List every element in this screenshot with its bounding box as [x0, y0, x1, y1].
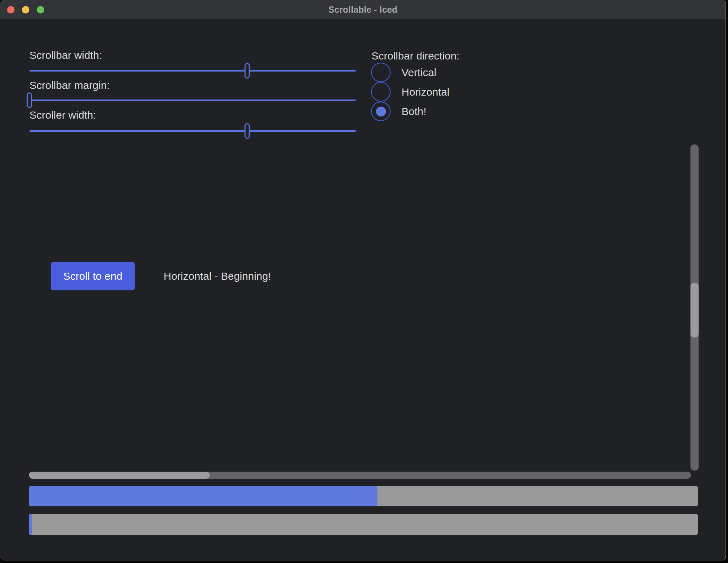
slider-handle[interactable] [27, 92, 32, 108]
app-window: Scrollable - Iced Scrollbar width: Scrol… [0, 0, 726, 561]
radio-label[interactable]: Vertical [402, 67, 436, 79]
scrollbar-direction-label: Scrollbar direction: [371, 50, 459, 62]
scrollbar-width-label: Scrollbar width: [29, 49, 102, 62]
minimize-button[interactable] [22, 6, 29, 13]
progress-fill [29, 486, 377, 506]
radio-circle-icon[interactable] [371, 63, 391, 82]
radio-circle-icon[interactable] [371, 82, 391, 102]
vertical-progress-bar [29, 514, 698, 535]
radio-label[interactable]: Horizontal [402, 86, 449, 98]
vertical-scrollbar[interactable] [690, 144, 699, 471]
horizontal-scrollbar-thumb[interactable] [29, 472, 210, 479]
radio-label[interactable]: Both! [402, 106, 426, 118]
radio-dot-icon [376, 107, 386, 116]
scroller-width-slider[interactable] [29, 130, 356, 132]
vertical-scrollbar-thumb[interactable] [690, 283, 699, 338]
radio-vertical[interactable]: Vertical [371, 63, 449, 82]
radio-both[interactable]: Both! [371, 102, 449, 121]
slider-handle[interactable] [244, 123, 250, 139]
window-title: Scrollable - Iced [328, 5, 397, 15]
scrollbar-direction-group: Vertical Horizontal Both! [371, 63, 449, 121]
radio-horizontal[interactable]: Horizontal [371, 82, 449, 102]
traffic-lights [7, 6, 44, 13]
horizontal-scrollbar[interactable] [29, 472, 691, 479]
scrollbar-width-slider[interactable] [29, 70, 356, 72]
radio-circle-icon[interactable] [371, 102, 391, 121]
scroller-width-label: Scroller width: [29, 109, 96, 121]
horizontal-progress-bar [29, 486, 698, 506]
progress-fill [29, 514, 32, 535]
scrollbar-margin-label: Scrollbar margin: [29, 79, 110, 92]
close-button[interactable] [7, 6, 15, 13]
slider-handle[interactable] [244, 63, 250, 79]
scrollbar-margin-slider[interactable] [29, 99, 356, 101]
scroll-status-text: Horizontal - Beginning! [164, 270, 271, 283]
titlebar: Scrollable - Iced [0, 0, 726, 20]
scroll-to-end-button[interactable]: Scroll to end [51, 262, 135, 290]
zoom-button[interactable] [37, 6, 44, 13]
